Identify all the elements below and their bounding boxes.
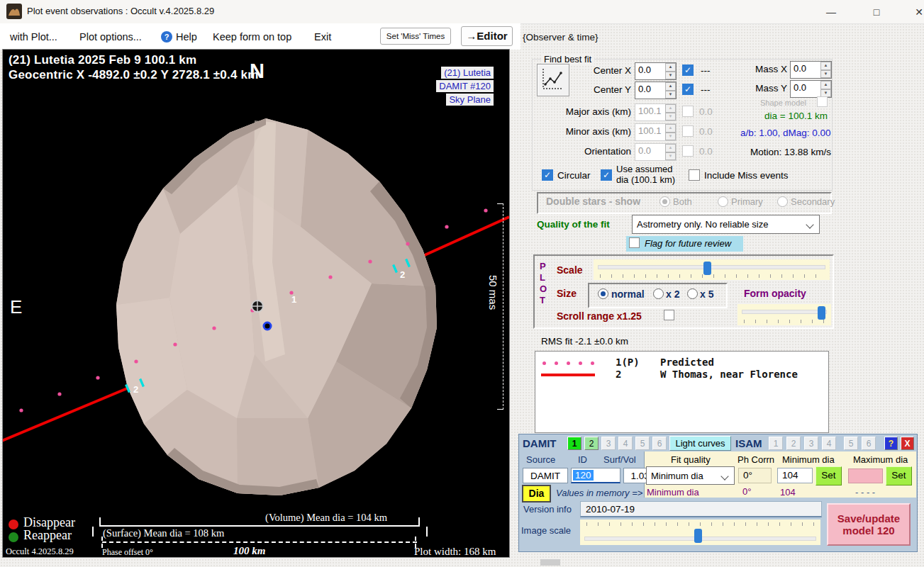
spin-down-icon[interactable]: ▼: [665, 91, 676, 99]
window-title: Plot event observations : Occult v.4.202…: [27, 6, 214, 16]
shape-model-checkbox[interactable]: [817, 96, 828, 107]
size-x2-radio[interactable]: [653, 288, 664, 299]
spin-up-icon[interactable]: ▲: [820, 62, 831, 70]
ph-corrn-value[interactable]: 0°: [738, 468, 772, 483]
form-opacity-slider[interactable]: [737, 304, 831, 325]
model-id-input[interactable]: 120: [571, 468, 620, 483]
isam-button-1: 1: [769, 437, 783, 450]
center-x-stepper[interactable]: 0.0 ▲▼: [635, 62, 677, 80]
set-maximum-button[interactable]: Set: [886, 466, 912, 485]
double-stars-both-label: Both: [673, 196, 692, 207]
damit-button-3: 3: [601, 437, 616, 450]
volume-bar-label: (Volume) Mean dia = 104 km: [241, 512, 411, 524]
include-miss-checkbox[interactable]: [689, 169, 700, 181]
fit-quality-select[interactable]: Minimum dia: [646, 466, 735, 485]
save-update-model-button[interactable]: Save/update model 120: [827, 503, 911, 546]
double-stars-both-radio: [659, 196, 670, 207]
center-y-stepper[interactable]: 0.0 ▲▼: [635, 82, 677, 99]
maximize-icon[interactable]: □: [865, 4, 888, 20]
size-x5-label: x 5: [700, 288, 713, 300]
chord1-label: 1: [291, 294, 296, 305]
fit-chart-button[interactable]: [537, 64, 569, 96]
scale-slider-thumb[interactable]: [703, 262, 711, 275]
plot-letter-o: O: [540, 284, 547, 294]
isam-label: ISAM: [735, 437, 762, 449]
set-minimum-button[interactable]: Set: [816, 466, 842, 485]
save-button-line2: model 120: [828, 524, 909, 537]
scale-slider[interactable]: [594, 259, 830, 280]
isam-button-4: 4: [822, 437, 836, 450]
spin-up-icon[interactable]: ▲: [665, 82, 676, 91]
menu-keep-on-top[interactable]: Keep form on top: [213, 31, 291, 43]
mass-x-stepper[interactable]: 0.0 ▲▼: [790, 61, 832, 79]
minimum-dia-value[interactable]: 104: [777, 468, 813, 483]
help-icon[interactable]: ?: [161, 31, 172, 43]
surface-bar-left-tick: [101, 537, 103, 548]
panel-close-button[interactable]: X: [901, 437, 914, 450]
image-scale-slider-thumb[interactable]: [694, 529, 702, 543]
spin-up-icon: ▲: [665, 124, 676, 133]
damit-button-2[interactable]: 2: [584, 437, 599, 450]
bottom-scroll-thumb[interactable]: [540, 559, 560, 566]
menu-exit[interactable]: Exit: [314, 31, 331, 43]
maximum-dia-value[interactable]: [848, 468, 883, 483]
sky-plane-plot[interactable]: (21) Lutetia 2025 Feb 9 100.1 km Geocent…: [3, 50, 509, 557]
save-button-line1: Save/update: [828, 512, 909, 524]
form-opacity-slider-thumb[interactable]: [818, 306, 825, 320]
minor-axis-stepper: 100.1 ▲▼: [635, 123, 677, 141]
close-icon[interactable]: ✕: [908, 4, 924, 20]
minimize-icon[interactable]: —: [820, 4, 842, 20]
double-stars-primary-label: Primary: [731, 196, 763, 207]
menu-help[interactable]: Help: [176, 31, 197, 43]
size-x2-label: x 2: [666, 288, 679, 300]
double-stars-primary-radio: [718, 196, 728, 207]
chart-icon: [538, 64, 567, 94]
scroll-range-checkbox[interactable]: [664, 310, 674, 320]
orientation-stepper: 0.0 ▲▼: [635, 143, 677, 161]
spin-up-icon[interactable]: ▲: [665, 63, 676, 72]
image-scale-slider[interactable]: [580, 520, 820, 545]
menu-plot-options[interactable]: Plot options...: [79, 31, 142, 43]
mas-scale-bracket: [503, 203, 503, 410]
center-y-checkbox[interactable]: ✓: [682, 84, 694, 95]
light-curves-button[interactable]: Light curves: [669, 436, 731, 451]
id-selected-text: 120: [573, 470, 594, 481]
quality-value: Astrometry only. No reliable size: [633, 215, 819, 230]
center-y-dash: ---: [701, 84, 711, 95]
reappear-dot-icon: [9, 532, 18, 542]
id-header: ID: [578, 454, 587, 465]
dia-button[interactable]: Dia: [522, 485, 551, 503]
chord-list[interactable]: 1(P) Predicted 2 W Thomas, near Florence: [535, 351, 829, 433]
major-axis-value: 0.0: [699, 106, 713, 117]
version-info-value: 2010-07-19: [586, 504, 635, 515]
slider-groove: [598, 265, 825, 269]
mass-y-stepper[interactable]: 0.0 ▲▼: [790, 80, 832, 98]
spin-down-icon[interactable]: ▼: [820, 70, 831, 79]
use-assumed-label-2: dia (100.1 km): [616, 174, 675, 185]
plot-width-label: Plot width: 168 km: [414, 546, 496, 558]
spin-down-icon[interactable]: ▼: [665, 72, 676, 80]
mas-bracket-bottom-cap: [497, 409, 503, 410]
isam-button-2: 2: [786, 437, 801, 450]
use-assumed-checkbox[interactable]: ✓: [601, 169, 612, 181]
center-y-label: Center Y: [576, 84, 631, 95]
mass-x-label: Mass X: [745, 64, 787, 74]
surfvol-header: Surf/Vol: [603, 454, 636, 465]
center-x-checkbox[interactable]: ✓: [682, 64, 694, 76]
set-miss-times-button[interactable]: Set 'Miss' Times: [380, 28, 451, 45]
panel-help-button[interactable]: ?: [884, 437, 898, 450]
menu-with-plot[interactable]: with Plot...: [10, 31, 57, 43]
editor-button[interactable]: →Editor: [461, 26, 513, 46]
size-normal-radio[interactable]: [598, 288, 608, 299]
damit-button-1[interactable]: 1: [567, 437, 581, 450]
mas-scale-label: 50 mas: [487, 275, 499, 339]
version-info-field[interactable]: 2010-07-19: [580, 501, 822, 517]
size-x5-radio[interactable]: [687, 288, 698, 299]
circular-label: Circular: [557, 170, 591, 181]
quality-select[interactable]: Astrometry only. No reliable size: [632, 215, 820, 234]
center-x-label: Center X: [576, 65, 631, 76]
flag-review-checkbox[interactable]: [629, 237, 640, 248]
use-assumed-label-1: Use assumed: [616, 164, 672, 174]
circular-checkbox[interactable]: ✓: [542, 169, 553, 181]
spin-up-icon[interactable]: ▲: [820, 81, 831, 89]
